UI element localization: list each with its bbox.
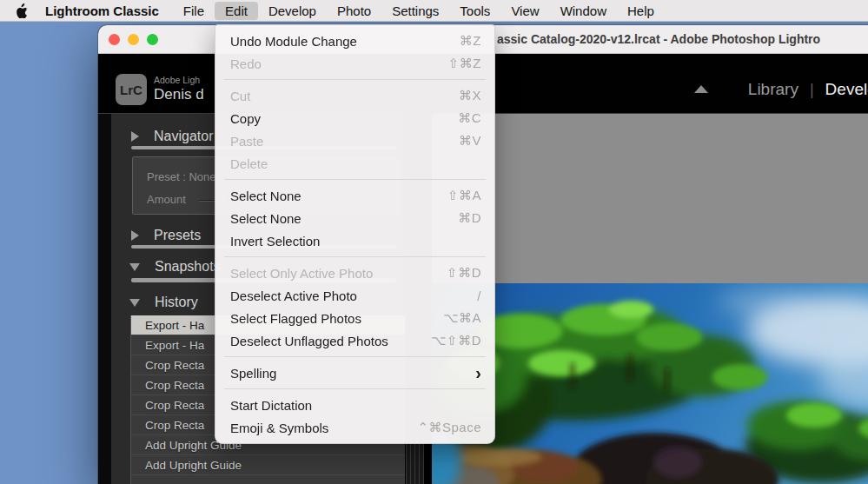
menu-item-delete: Delete (215, 152, 494, 175)
identity-plate-line1: Adobe Ligh (154, 75, 200, 85)
menu-item-label: Emoji & Symbols (230, 421, 328, 435)
menu-item-label: Select None (230, 189, 301, 203)
menu-item-label: Start Dictation (230, 398, 312, 413)
menu-item-shortcut: ⌘D (458, 210, 481, 226)
lrc-logo: LrC (116, 74, 147, 105)
menu-item-shortcut: ⇧⌘D (447, 265, 481, 281)
menubar-items: FileEditDevelopPhotoSettingsToolsViewWin… (173, 2, 665, 20)
module-picker: Library | Develop | (748, 80, 868, 99)
module-library[interactable]: Library (748, 80, 798, 99)
menubar-item-tools[interactable]: Tools (449, 2, 500, 20)
menu-item-label: Spelling (230, 366, 276, 381)
menu-separator (224, 79, 486, 80)
photo-canvas[interactable] (432, 283, 868, 484)
left-edge-strip (98, 114, 111, 484)
menu-item-start-dictation[interactable]: Start Dictation (215, 394, 494, 416)
panel-collapse-arrow-icon[interactable] (694, 85, 708, 93)
expanded-triangle-icon (129, 263, 140, 271)
menu-item-select-only-active-photo: Select Only Active Photo⇧⌘D (215, 262, 494, 284)
menu-item-shortcut: ⌘C (458, 110, 481, 126)
edit-menu-list: Undo Module Change⌘ZRedo⇧⌘ZCut⌘XCopy⌘CPa… (215, 30, 494, 439)
apple-menu-icon[interactable] (9, 3, 35, 18)
menu-item-shortcut: ⌥⇧⌘D (431, 333, 481, 348)
menu-item-label: Cut (230, 89, 250, 103)
menu-item-label: Select Flagged Photos (230, 311, 361, 326)
menu-item-label: Select Only Active Photo (230, 266, 373, 281)
window-title: assic Catalog-2020-v12.lrcat - Adobe Pho… (497, 32, 820, 46)
menu-item-select-none[interactable]: Select None⇧⌘A (215, 184, 494, 207)
menubar-item-settings[interactable]: Settings (381, 2, 449, 20)
menubar-item-photo[interactable]: Photo (327, 2, 381, 20)
menu-item-shortcut: ⌘X (459, 88, 481, 103)
menu-item-shortcut: ⇧⌘Z (448, 56, 481, 71)
menubar-item-develop[interactable]: Develop (258, 2, 327, 20)
minimize-button[interactable] (128, 34, 139, 45)
menu-item-label: Select None (230, 211, 301, 226)
chevron-right-icon: › (475, 364, 481, 381)
history-step-add-upright-guide[interactable]: Add Upright Guide (131, 455, 405, 475)
menu-item-deselect-unflagged-photos[interactable]: Deselect Unflagged Photos⌥⇧⌘D (215, 329, 494, 352)
menu-item-label: Undo Module Change (230, 34, 357, 49)
menu-item-select-flagged-photos[interactable]: Select Flagged Photos⌥⌘A (215, 307, 494, 329)
menu-item-label: Deselect Unflagged Photos (230, 334, 388, 348)
module-develop[interactable]: Develop (825, 80, 868, 99)
menu-separator (224, 179, 486, 180)
menu-item-shortcut: ⌥⌘A (443, 310, 481, 326)
identity-plate-line2: Denis d (154, 86, 204, 103)
menu-item-label: Invert Selection (230, 234, 320, 249)
menu-item-label: Copy (230, 111, 261, 126)
menu-item-undo-module-change[interactable]: Undo Module Change⌘Z (215, 30, 494, 52)
menu-item-shortcut: ⌘Z (460, 33, 481, 49)
menu-item-shortcut: / (477, 288, 481, 303)
collapsed-triangle-icon (131, 230, 139, 241)
close-button[interactable] (109, 34, 120, 45)
menubar-item-help[interactable]: Help (617, 2, 665, 20)
menu-item-invert-selection[interactable]: Invert Selection (215, 229, 494, 252)
menu-item-cut: Cut⌘X (215, 84, 494, 107)
menu-item-shortcut: ⌘V (459, 133, 481, 149)
menubar-item-view[interactable]: View (500, 2, 549, 20)
menu-item-label: Paste (230, 134, 263, 149)
content-area (432, 114, 868, 484)
menu-item-spelling[interactable]: Spelling› (215, 361, 494, 384)
menubar-item-edit[interactable]: Edit (215, 2, 258, 20)
macos-menubar: Lightroom Classic FileEditDevelopPhotoSe… (0, 0, 868, 22)
menu-item-select-none[interactable]: Select None⌘D (215, 207, 494, 229)
expanded-triangle-icon (129, 299, 140, 307)
preset-label: Preset : None (147, 170, 216, 183)
collapsed-triangle-icon (131, 131, 139, 142)
menu-separator (224, 256, 486, 257)
zoom-button[interactable] (147, 34, 158, 45)
menubar-app-name[interactable]: Lightroom Classic (35, 3, 169, 18)
menubar-item-window[interactable]: Window (550, 2, 617, 20)
menu-separator (224, 388, 486, 389)
menu-item-copy[interactable]: Copy⌘C (215, 107, 494, 129)
amount-label: Amount (147, 193, 186, 206)
menu-item-label: Deselect Active Photo (230, 288, 357, 303)
module-divider: | (810, 81, 814, 99)
menu-item-label: Redo (230, 56, 262, 71)
menubar-item-file[interactable]: File (173, 2, 215, 20)
menu-item-label: Delete (230, 156, 268, 171)
menu-item-emoji-symbols[interactable]: Emoji & Symbols⌃⌘Space (215, 416, 494, 439)
menu-item-redo: Redo⇧⌘Z (215, 52, 494, 75)
menu-separator (224, 356, 486, 357)
menu-item-paste: Paste⌘V (215, 129, 494, 152)
edit-menu-dropdown: Undo Module Change⌘ZRedo⇧⌘ZCut⌘XCopy⌘CPa… (215, 24, 495, 444)
menu-item-shortcut: ⌃⌘Space (417, 420, 481, 435)
menu-item-shortcut: ⇧⌘A (447, 188, 481, 203)
menu-item-deselect-active-photo[interactable]: Deselect Active Photo/ (215, 284, 494, 307)
